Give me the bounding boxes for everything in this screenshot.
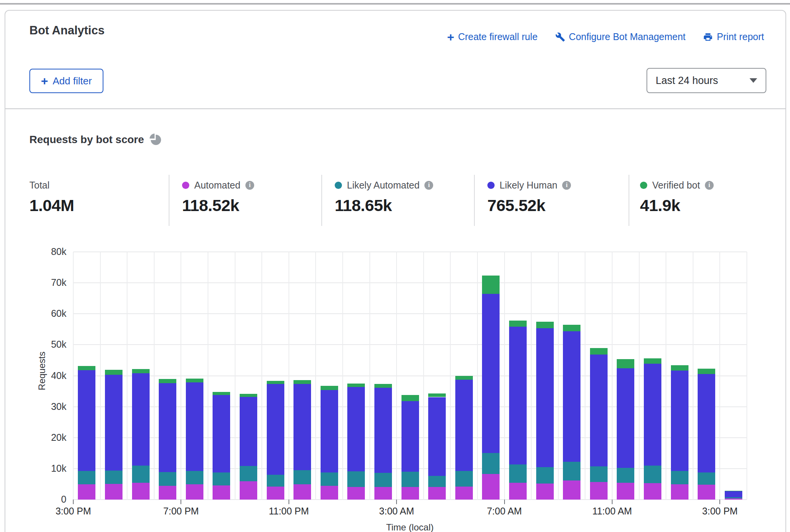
bar-segment-likely-human[interactable] (644, 364, 661, 466)
bar-segment-automated[interactable] (671, 484, 688, 500)
bar-segment-automated[interactable] (725, 498, 742, 500)
bar-segment-verified-bot[interactable] (374, 384, 392, 388)
bar-segment-likely-human[interactable] (401, 401, 419, 472)
bar-segment-verified-bot[interactable] (132, 369, 150, 373)
bar-segment-automated[interactable] (159, 486, 176, 500)
create-firewall-rule-link[interactable]: + Create firewall rule (447, 31, 537, 42)
bar-segment-likely-human[interactable] (374, 388, 392, 473)
bar-segment-likely-human[interactable] (186, 382, 203, 471)
bar-segment-likely-automated[interactable] (240, 466, 257, 482)
bar-segment-verified-bot[interactable] (401, 395, 419, 401)
bar-segment-verified-bot[interactable] (267, 381, 284, 384)
bar-segment-automated[interactable] (321, 486, 338, 500)
bar-segment-likely-automated[interactable] (671, 471, 688, 484)
bar-segment-likely-human[interactable] (293, 384, 311, 470)
bar-segment-likely-automated[interactable] (374, 473, 392, 487)
bar-segment-likely-automated[interactable] (698, 472, 715, 485)
bar-segment-likely-automated[interactable] (321, 472, 338, 486)
bar-segment-likely-automated[interactable] (78, 471, 95, 485)
bar-segment-likely-automated[interactable] (617, 468, 634, 483)
bar-segment-verified-bot[interactable] (590, 348, 608, 355)
bar-segment-likely-human[interactable] (536, 328, 554, 467)
bar-segment-likely-automated[interactable] (428, 476, 446, 487)
bar-segment-automated[interactable] (401, 487, 419, 500)
bar-segment-automated[interactable] (374, 487, 392, 500)
bar-segment-likely-human[interactable] (698, 374, 715, 472)
bar-segment-likely-automated[interactable] (186, 471, 203, 484)
bar-segment-likely-human[interactable] (428, 397, 446, 476)
bar-segment-automated[interactable] (509, 483, 527, 500)
info-icon[interactable]: i (424, 181, 433, 190)
bar-segment-automated[interactable] (347, 487, 365, 500)
bar-segment-verified-bot[interactable] (698, 369, 715, 374)
bar-segment-automated[interactable] (698, 485, 715, 500)
bar-segment-likely-automated[interactable] (401, 472, 419, 487)
time-range-select[interactable]: Last 24 hours (647, 68, 766, 93)
info-icon[interactable]: i (705, 181, 714, 190)
bar-segment-likely-automated[interactable] (105, 471, 123, 484)
bar-segment-likely-automated[interactable] (159, 472, 176, 486)
bar-segment-automated[interactable] (536, 484, 554, 500)
bar-segment-automated[interactable] (78, 484, 95, 500)
bar-segment-verified-bot[interactable] (347, 384, 365, 387)
bar-segment-likely-human[interactable] (105, 375, 123, 471)
print-report-link[interactable]: Print report (703, 31, 764, 42)
bar-segment-verified-bot[interactable] (293, 380, 311, 384)
bar-segment-likely-automated[interactable] (213, 472, 230, 485)
bar-segment-likely-human[interactable] (671, 371, 688, 471)
bar-segment-automated[interactable] (267, 487, 284, 500)
bar-segment-likely-automated[interactable] (267, 475, 284, 487)
bar-segment-likely-human[interactable] (725, 491, 742, 497)
bar-segment-likely-automated[interactable] (293, 470, 311, 484)
bar-segment-automated[interactable] (186, 484, 203, 500)
bar-segment-automated[interactable] (213, 485, 230, 500)
bar-segment-likely-automated[interactable] (347, 471, 365, 487)
bar-segment-likely-human[interactable] (321, 390, 338, 473)
bar-segment-likely-automated[interactable] (536, 467, 554, 484)
bar-segment-verified-bot[interactable] (428, 393, 446, 397)
bar-segment-automated[interactable] (617, 483, 634, 500)
bar-segment-verified-bot[interactable] (617, 359, 634, 368)
bar-segment-verified-bot[interactable] (321, 386, 338, 390)
bar-segment-likely-human[interactable] (563, 331, 580, 462)
bar-segment-automated[interactable] (132, 483, 150, 500)
bar-segment-likely-automated[interactable] (725, 497, 742, 498)
bar-segment-verified-bot[interactable] (240, 394, 257, 397)
bar-segment-likely-human[interactable] (213, 395, 230, 472)
bar-segment-likely-human[interactable] (590, 355, 608, 466)
bar-segment-verified-bot[interactable] (78, 366, 95, 370)
bar-segment-automated[interactable] (482, 474, 500, 500)
bar-segment-verified-bot[interactable] (725, 491, 742, 491)
bar-segment-verified-bot[interactable] (159, 379, 176, 383)
bar-segment-automated[interactable] (240, 481, 257, 500)
bar-segment-automated[interactable] (428, 487, 446, 500)
bar-segment-likely-automated[interactable] (509, 464, 527, 483)
bar-segment-likely-human[interactable] (617, 368, 634, 468)
bar-segment-likely-automated[interactable] (455, 471, 473, 487)
bar-segment-likely-automated[interactable] (482, 453, 500, 474)
bar-segment-likely-automated[interactable] (132, 466, 150, 483)
bar-segment-likely-automated[interactable] (644, 466, 661, 483)
bar-segment-verified-bot[interactable] (563, 325, 580, 331)
bar-segment-likely-human[interactable] (509, 327, 527, 464)
bar-segment-verified-bot[interactable] (644, 358, 661, 364)
bar-segment-likely-human[interactable] (267, 384, 284, 475)
bar-segment-verified-bot[interactable] (482, 276, 500, 293)
bar-segment-likely-human[interactable] (78, 370, 95, 471)
add-filter-button[interactable]: + Add filter (29, 69, 103, 93)
bar-segment-verified-bot[interactable] (455, 376, 473, 380)
configure-bot-management-link[interactable]: Configure Bot Management (555, 31, 686, 42)
bar-segment-verified-bot[interactable] (509, 321, 527, 326)
bar-segment-likely-automated[interactable] (590, 466, 608, 482)
bar-segment-verified-bot[interactable] (105, 370, 123, 375)
bar-segment-automated[interactable] (293, 484, 311, 500)
bar-segment-automated[interactable] (105, 484, 123, 500)
bar-segment-automated[interactable] (590, 482, 608, 500)
info-icon[interactable]: i (562, 181, 571, 190)
bar-segment-automated[interactable] (563, 480, 580, 500)
bar-segment-likely-human[interactable] (132, 373, 150, 466)
bar-segment-likely-human[interactable] (240, 397, 257, 466)
bar-segment-likely-human[interactable] (482, 294, 500, 453)
bar-segment-verified-bot[interactable] (671, 365, 688, 371)
bar-segment-verified-bot[interactable] (536, 322, 554, 328)
